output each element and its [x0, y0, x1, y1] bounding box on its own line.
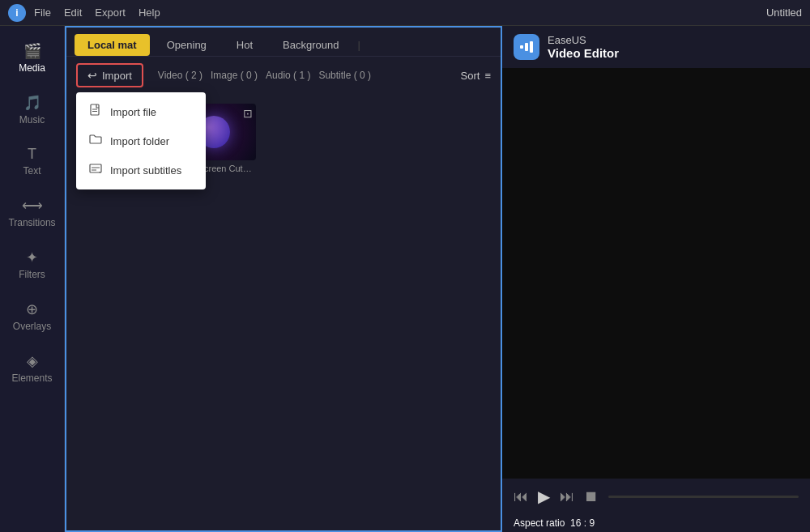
sidebar-label-elements: Elements [4, 372, 60, 384]
play-button[interactable]: ▶ [538, 487, 550, 506]
sort-icon: ≡ [484, 70, 491, 82]
left-sidebar: 🎬 Media 🎵 Music T Text ⟷ Transitions ✦ F… [0, 26, 65, 532]
stop-button[interactable]: ⏹ [584, 488, 599, 505]
preview-app-info: EaseUS Video Editor [548, 34, 619, 60]
menu-help[interactable]: Help [139, 6, 160, 19]
svg-rect-3 [90, 164, 101, 172]
svg-rect-12 [525, 43, 528, 51]
import-subtitles-label: Import subtitles [110, 164, 181, 177]
sidebar-item-transitions[interactable]: ⟷ Transitions [0, 189, 64, 236]
window-title: Untitled [766, 6, 802, 19]
elements-icon: ◈ [4, 352, 60, 370]
text-icon: T [4, 146, 60, 163]
filter-video[interactable]: Video ( 2 ) [158, 70, 202, 81]
aspect-ratio-label: Aspect ratio [514, 517, 565, 529]
menu-file[interactable]: File [34, 6, 51, 19]
import-icon: ↩ [87, 69, 97, 82]
sidebar-item-elements[interactable]: ◈ Elements [0, 344, 64, 392]
filter-subtitle[interactable]: Subtitle ( 0 ) [318, 70, 371, 81]
transitions-icon: ⟷ [4, 197, 60, 215]
menu-bar: File Edit Export Help [34, 6, 160, 19]
step-back-button[interactable]: ⏮ [514, 488, 528, 505]
media-panel: Local mat Opening Hot Background | ↩ Imp… [65, 26, 502, 532]
preview-area [502, 68, 810, 479]
import-label: Import [102, 70, 132, 82]
music-icon: 🎵 [4, 94, 60, 112]
menu-edit[interactable]: Edit [64, 6, 82, 19]
import-folder-label: Import folder [110, 135, 169, 147]
tab-opening[interactable]: Opening [154, 34, 220, 56]
preview-progress-bar[interactable] [608, 496, 799, 498]
sidebar-label-filters: Filters [4, 269, 60, 280]
preview-controls: ⏮ ▶ ⏭ ⏹ [502, 479, 810, 514]
aspect-ratio-value: 16 : 9 [570, 517, 595, 529]
overlays-icon: ⊕ [4, 300, 60, 318]
sidebar-label-music: Music [4, 114, 60, 126]
svg-rect-11 [520, 45, 523, 49]
import-file-label: Import file [110, 106, 156, 118]
tab-hot[interactable]: Hot [224, 34, 266, 56]
import-dropdown: Import file Import folder [76, 92, 206, 189]
app-logo: i [8, 4, 26, 22]
sort-label: Sort [461, 70, 480, 82]
sidebar-label-media: Media [4, 62, 60, 74]
menu-export[interactable]: Export [95, 6, 126, 19]
import-subtitles-item[interactable]: Import subtitles [76, 155, 206, 185]
titlebar: i File Edit Export Help Untitled [0, 0, 810, 26]
aspect-ratio-bar: Aspect ratio 16 : 9 [502, 514, 810, 532]
media-icon: 🎬 [4, 42, 60, 60]
sidebar-item-overlays[interactable]: ⊕ Overlays [0, 292, 64, 340]
preview-app-name: EaseUS Video Editor [548, 34, 619, 60]
file-icon [89, 104, 102, 120]
preview-header: EaseUS Video Editor [502, 26, 810, 68]
easeus-logo [514, 34, 539, 60]
subtitle-icon [89, 162, 102, 178]
tab-local-mat[interactable]: Local mat [75, 34, 150, 56]
filter-image[interactable]: Image ( 0 ) [211, 70, 258, 81]
tab-background[interactable]: Background [270, 34, 352, 56]
sidebar-item-filters[interactable]: ✦ Filters [0, 240, 64, 288]
filter-audio[interactable]: Audio ( 1 ) [266, 70, 310, 81]
step-forward-button[interactable]: ⏭ [560, 488, 574, 505]
media-toolbar: ↩ Import Import file [66, 57, 501, 94]
preview-panel: EaseUS Video Editor ⏮ ▶ ⏭ ⏹ Aspect ratio… [502, 26, 810, 532]
screen-record-icon: ⊡ [243, 107, 253, 120]
preview-app-subtitle: Video Editor [548, 46, 619, 60]
main-layout: 🎬 Media 🎵 Music T Text ⟷ Transitions ✦ F… [0, 26, 810, 532]
sidebar-item-text[interactable]: T Text [0, 138, 64, 185]
filters-icon: ✦ [4, 249, 60, 266]
sidebar-label-text: Text [4, 165, 60, 177]
sidebar-item-music[interactable]: 🎵 Music [0, 86, 64, 134]
svg-rect-13 [530, 41, 533, 53]
filter-tabs: Video ( 2 ) Image ( 0 ) Audio ( 1 ) Subt… [158, 70, 371, 81]
tabs-bar: Local mat Opening Hot Background | [66, 28, 501, 57]
folder-icon [89, 133, 102, 149]
tab-divider: | [357, 39, 360, 51]
sort-button[interactable]: Sort ≡ [461, 70, 491, 82]
sidebar-item-media[interactable]: 🎬 Media [0, 34, 64, 82]
import-button[interactable]: ↩ Import [76, 63, 143, 87]
sidebar-label-overlays: Overlays [4, 321, 60, 332]
import-file-item[interactable]: Import file [76, 97, 206, 126]
sidebar-label-transitions: Transitions [4, 217, 60, 228]
import-folder-item[interactable]: Import folder [76, 126, 206, 155]
